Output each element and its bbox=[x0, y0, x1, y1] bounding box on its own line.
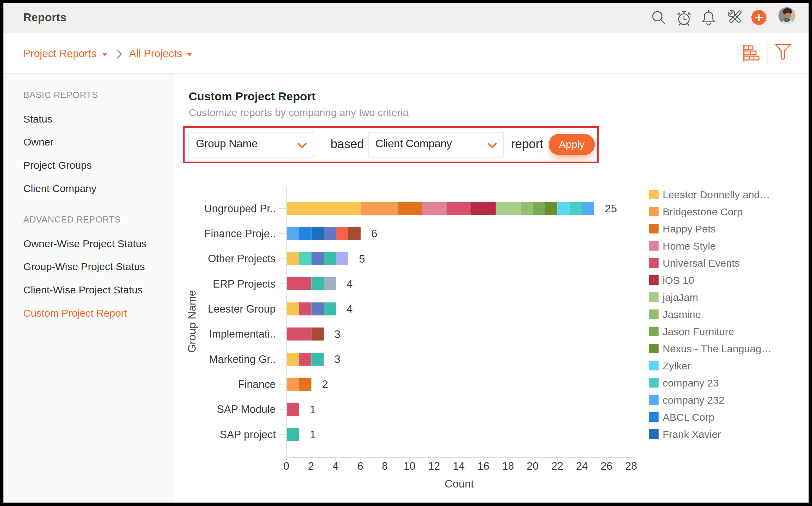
svg-text:10: 10 bbox=[403, 460, 415, 472]
svg-text:company 23: company 23 bbox=[663, 377, 719, 389]
svg-text:Implementati..: Implementati.. bbox=[209, 328, 276, 340]
svg-text:Leester Group: Leester Group bbox=[208, 303, 276, 315]
svg-text:iOS 10: iOS 10 bbox=[663, 275, 694, 286]
svg-text:Count: Count bbox=[445, 478, 474, 490]
svg-text:Jasmine: Jasmine bbox=[663, 309, 701, 320]
svg-text:3: 3 bbox=[334, 353, 340, 365]
svg-text:18: 18 bbox=[502, 460, 514, 472]
svg-text:Bridgestone Corp: Bridgestone Corp bbox=[663, 206, 742, 217]
svg-text:ERP Projects: ERP Projects bbox=[213, 278, 276, 290]
svg-text:jajaJam: jajaJam bbox=[662, 292, 698, 303]
svg-text:0: 0 bbox=[283, 460, 289, 472]
svg-text:ABCL Corp: ABCL Corp bbox=[663, 412, 714, 423]
svg-text:22: 22 bbox=[551, 460, 563, 472]
svg-text:Marketing Gr..: Marketing Gr.. bbox=[209, 353, 276, 365]
svg-text:2: 2 bbox=[308, 460, 314, 472]
svg-text:6: 6 bbox=[371, 227, 377, 240]
svg-text:Happy Pets: Happy Pets bbox=[663, 223, 716, 235]
svg-text:20: 20 bbox=[527, 460, 538, 472]
svg-text:Group Name: Group Name bbox=[186, 290, 198, 353]
svg-text:12: 12 bbox=[428, 460, 440, 472]
svg-text:14: 14 bbox=[453, 460, 464, 472]
svg-text:24: 24 bbox=[576, 460, 588, 472]
svg-text:Leester Donnelly and…: Leester Donnelly and… bbox=[663, 189, 770, 200]
svg-text:company 232: company 232 bbox=[663, 394, 724, 406]
svg-text:26: 26 bbox=[601, 460, 612, 472]
svg-text:1: 1 bbox=[310, 428, 316, 441]
svg-text:16: 16 bbox=[477, 460, 489, 472]
svg-text:SAP Module: SAP Module bbox=[217, 403, 276, 415]
svg-text:1: 1 bbox=[310, 403, 316, 416]
svg-text:Home Style: Home Style bbox=[663, 240, 716, 252]
svg-text:25: 25 bbox=[605, 202, 617, 215]
svg-text:4: 4 bbox=[347, 303, 353, 315]
svg-text:Zylker: Zylker bbox=[663, 360, 691, 371]
svg-text:SAP project: SAP project bbox=[220, 429, 276, 441]
svg-text:2: 2 bbox=[322, 378, 328, 390]
svg-text:5: 5 bbox=[359, 253, 365, 265]
svg-text:Other Projects: Other Projects bbox=[208, 253, 276, 265]
svg-text:8: 8 bbox=[382, 460, 388, 472]
svg-text:Jason Furniture: Jason Furniture bbox=[663, 326, 734, 337]
svg-text:4: 4 bbox=[333, 460, 338, 472]
svg-text:4: 4 bbox=[347, 278, 353, 290]
svg-text:Nexus - The Languag…: Nexus - The Languag… bbox=[663, 343, 772, 354]
svg-text:Finance Proje..: Finance Proje.. bbox=[204, 228, 276, 240]
svg-text:Finance: Finance bbox=[238, 378, 276, 390]
svg-text:3: 3 bbox=[334, 328, 340, 340]
svg-text:28: 28 bbox=[625, 460, 637, 472]
svg-text:6: 6 bbox=[357, 460, 363, 472]
svg-text:Universal Events: Universal Events bbox=[663, 257, 740, 269]
svg-text:Ungrouped Pr..: Ungrouped Pr.. bbox=[204, 203, 276, 215]
svg-text:Frank Xavier: Frank Xavier bbox=[663, 429, 721, 440]
